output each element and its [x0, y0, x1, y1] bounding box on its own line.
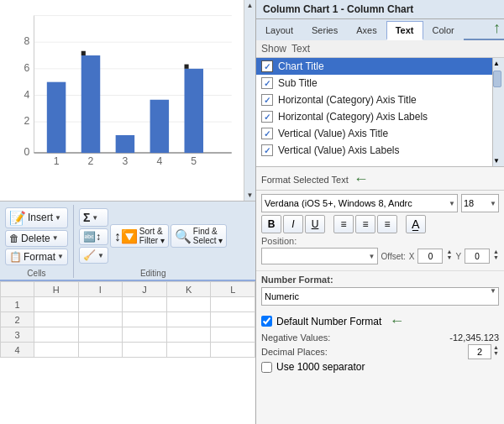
text-list-scrollbar[interactable]: ▲ ▼: [492, 58, 504, 166]
text-list-header: Show Text: [256, 40, 504, 58]
checkbox-2[interactable]: ✓: [261, 94, 273, 106]
cell-I4[interactable]: [78, 343, 123, 358]
text-color-button[interactable]: A̲: [406, 215, 426, 233]
chart-hscrollbar[interactable]: ◀ ▶: [0, 201, 255, 202]
cell-L3[interactable]: [211, 327, 255, 343]
checkbox-3[interactable]: ✓: [261, 111, 273, 123]
align-right-button[interactable]: ≡: [377, 215, 397, 233]
underline-button[interactable]: U: [305, 215, 325, 233]
x-spin-down[interactable]: ▼: [446, 254, 452, 260]
decimal-spin-down[interactable]: ▼: [493, 350, 499, 356]
position-select[interactable]: [261, 248, 378, 264]
default-num-format-checkbox[interactable]: [261, 316, 272, 327]
y-spin-down[interactable]: ▼: [493, 254, 499, 260]
x-label: X: [409, 252, 415, 261]
svg-text:2: 2: [24, 115, 30, 127]
cell-K2[interactable]: [166, 312, 211, 327]
insert-button[interactable]: 📝 Insert ▼: [5, 207, 68, 228]
y-spin-up[interactable]: ▲: [493, 249, 499, 254]
sort-filter-button[interactable]: ↕🔽 Sort & Filter ▾: [110, 224, 169, 248]
bold-button[interactable]: B: [261, 215, 281, 233]
chart-area: 0 2 4 6 8 1 2 3 4 5: [0, 0, 255, 202]
scroll-up-arrow[interactable]: ▲: [244, 0, 255, 11]
row-header-3[interactable]: 3: [1, 327, 34, 343]
tab-series[interactable]: Series: [302, 21, 347, 40]
cell-J2[interactable]: [123, 312, 167, 327]
cell-J3[interactable]: [123, 327, 167, 343]
checkbox-5[interactable]: ✓: [261, 144, 273, 156]
decimal-spin-up[interactable]: ▲: [493, 344, 499, 350]
format-button[interactable]: 📋 Format ▼: [5, 249, 68, 265]
chart-vscrollbar[interactable]: ▲ ▼: [244, 0, 255, 201]
svg-text:4: 4: [24, 88, 30, 100]
list-item-label-2: Horizontal (Category) Axis Title: [278, 94, 417, 106]
list-item-3[interactable]: ✓ Horizontal (Category) Axis Labels: [256, 108, 492, 125]
tl-scroll-down[interactable]: ▼: [493, 157, 504, 165]
clear-button[interactable]: 🧹 ▼: [79, 247, 108, 264]
checkbox-0[interactable]: ✓: [261, 60, 273, 72]
negative-values-display: -12,345.123: [449, 332, 499, 343]
font-section: Verdana (iOS 5+, Windows 8, Andrc 18 B I…: [256, 191, 504, 271]
format-selected-text-section: Format Selected Text ←: [256, 167, 504, 191]
grid-col-K[interactable]: K: [166, 282, 211, 297]
checkbox-1[interactable]: ✓: [261, 77, 273, 89]
cell-I2[interactable]: [78, 312, 123, 327]
x-spin[interactable]: ▲ ▼: [446, 249, 452, 264]
num-type-select[interactable]: Numeric: [261, 287, 499, 306]
tl-scroll-thumb[interactable]: [493, 71, 501, 87]
find-select-button[interactable]: 🔍 Find & Select ▾: [171, 224, 228, 248]
sigma-button[interactable]: Σ ▼: [79, 208, 108, 227]
list-item-1[interactable]: ✓ Sub Title: [256, 75, 492, 92]
svg-text:6: 6: [24, 62, 30, 74]
cell-H4[interactable]: [34, 343, 79, 358]
panel-title-bar: Column Chart 1 - Column Chart: [256, 0, 504, 19]
cell-H1[interactable]: [34, 297, 79, 312]
row-header-4[interactable]: 4: [1, 343, 34, 358]
cell-H3[interactable]: [34, 327, 79, 343]
offset-x-input[interactable]: [417, 249, 443, 264]
y-spin[interactable]: ▲ ▼: [493, 249, 499, 264]
font-size-select[interactable]: 18: [461, 194, 499, 212]
thousand-separator-checkbox[interactable]: [261, 362, 272, 373]
italic-button[interactable]: I: [283, 215, 303, 233]
tl-scroll-up[interactable]: ▲: [493, 60, 504, 67]
row-header-2[interactable]: 2: [1, 312, 34, 327]
cell-L1[interactable]: [211, 297, 255, 312]
align-left-button[interactable]: ≡: [333, 215, 354, 233]
list-item-4[interactable]: ✓ Vertical (Value) Axis Title: [256, 125, 492, 142]
tab-axes[interactable]: Axes: [347, 21, 386, 40]
align-center-button[interactable]: ≡: [355, 215, 375, 233]
list-item-5[interactable]: ✓ Vertical (Value) Axis Labels: [256, 142, 492, 159]
tab-layout[interactable]: Layout: [256, 21, 302, 40]
az-sort-button[interactable]: 🔤↕: [79, 228, 108, 245]
insert-buttons: 📝 Insert ▼ 🗑 Delete ▼ 📋 Format ▼: [5, 205, 68, 267]
cell-K3[interactable]: [166, 327, 211, 343]
cell-J4[interactable]: [123, 343, 167, 358]
cell-J1[interactable]: [123, 297, 167, 312]
cell-H2[interactable]: [34, 312, 79, 327]
x-spin-up[interactable]: ▲: [446, 249, 452, 254]
grid-col-L[interactable]: L: [211, 282, 255, 297]
cell-K1[interactable]: [166, 297, 211, 312]
tab-color[interactable]: Color: [423, 21, 464, 40]
checkbox-4[interactable]: ✓: [261, 128, 273, 139]
cell-I1[interactable]: [78, 297, 123, 312]
grid-col-J[interactable]: J: [123, 282, 167, 297]
decimal-places-input[interactable]: [468, 344, 491, 359]
grid-col-H[interactable]: H: [34, 282, 79, 297]
list-item-0[interactable]: ✓ Chart Title: [256, 58, 492, 75]
cell-L2[interactable]: [211, 312, 255, 327]
font-face-select[interactable]: Verdana (iOS 5+, Windows 8, Andrc: [261, 194, 458, 212]
delete-button[interactable]: 🗑 Delete ▼: [5, 230, 68, 247]
cell-K4[interactable]: [166, 343, 211, 358]
offset-y-input[interactable]: [465, 249, 490, 264]
decimal-spin[interactable]: ▲ ▼: [493, 344, 499, 359]
cell-I3[interactable]: [78, 327, 123, 343]
cell-L4[interactable]: [211, 343, 255, 358]
az-sort-icon: 🔤↕: [83, 231, 101, 243]
scroll-down-arrow[interactable]: ▼: [244, 190, 255, 201]
tab-text[interactable]: Text: [386, 21, 423, 40]
list-item-2[interactable]: ✓ Horizontal (Category) Axis Title: [256, 92, 492, 108]
row-header-1[interactable]: 1: [1, 297, 34, 312]
grid-col-I[interactable]: I: [78, 282, 123, 297]
